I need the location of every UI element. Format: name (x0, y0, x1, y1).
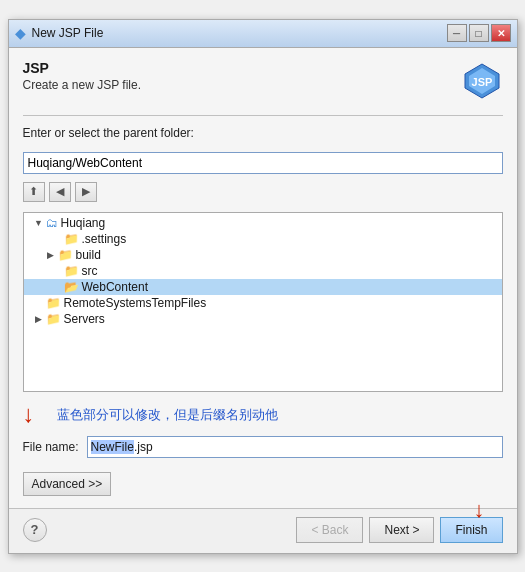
toggle-icon: ▼ (32, 218, 46, 228)
file-name-label: File name: (23, 440, 79, 454)
help-button[interactable]: ? (23, 518, 47, 542)
tree-item-label: build (76, 248, 101, 262)
maximize-button[interactable]: □ (469, 24, 489, 42)
tree-item-label: src (82, 264, 98, 278)
folder-icon: 📁 (58, 248, 73, 262)
back-icon: ◀ (56, 185, 64, 198)
parent-folder-label: Enter or select the parent folder: (23, 126, 503, 140)
svg-text:JSP: JSP (471, 76, 492, 88)
tree-toolbar: ⬆ ◀ ▶ (23, 182, 503, 202)
back-button[interactable]: < Back (296, 517, 363, 543)
minimize-button[interactable]: ─ (447, 24, 467, 42)
folder-icon: 📁 (64, 232, 79, 246)
header-subtitle: Create a new JSP file. (23, 78, 142, 92)
finish-arrow: ↓ (474, 497, 485, 523)
folder-icon: 📁 (64, 264, 79, 278)
file-name-input-container[interactable]: NewFile.jsp (87, 436, 503, 458)
folder-open-icon: 📂 (64, 280, 79, 294)
tree-item[interactable]: ▼ 🗂 Huqiang (24, 215, 502, 231)
advanced-button[interactable]: Advanced >> (23, 472, 112, 496)
annotation-text: 蓝色部分可以修改，但是后缀名别动他 (57, 406, 278, 424)
toggle-icon: ▶ (32, 314, 46, 324)
tree-item-label: Servers (64, 312, 105, 326)
file-name-ext: .jsp (134, 440, 153, 454)
window-title: New JSP File (32, 26, 104, 40)
tree-item[interactable]: 📁 src (24, 263, 502, 279)
tree-item[interactable]: 📁 RemoteSystemsTempFiles (24, 295, 502, 311)
forward-icon: ▶ (82, 185, 90, 198)
bottom-right: < Back Next > ↓ Finish (296, 517, 502, 543)
tree-back-button[interactable]: ◀ (49, 182, 71, 202)
up-icon: ⬆ (29, 185, 38, 198)
advanced-area: Advanced >> (23, 472, 503, 496)
tree-item-webcontent[interactable]: 📂 WebContent (24, 279, 502, 295)
next-button[interactable]: Next > (369, 517, 434, 543)
finish-area: ↓ Finish (440, 517, 502, 543)
folder-tree[interactable]: ▼ 🗂 Huqiang 📁 .settings ▶ 📁 build (23, 212, 503, 392)
tree-item-label: .settings (82, 232, 127, 246)
header-divider (23, 115, 503, 116)
header-title: JSP (23, 60, 142, 76)
header-section: JSP Create a new JSP file. JSP (23, 60, 503, 105)
folder-icon: 🗂 (46, 216, 58, 230)
annotation-area: ↓ 蓝色部分可以修改，但是后缀名别动他 (23, 402, 503, 426)
title-bar-left: ◆ New JSP File (15, 25, 104, 41)
tree-up-button[interactable]: ⬆ (23, 182, 45, 202)
tree-item-label: Huqiang (61, 216, 106, 230)
bottom-left: ? (23, 518, 47, 542)
annotation-arrow: ↓ (23, 402, 35, 426)
header-icon: JSP (461, 60, 503, 105)
tree-item-label: RemoteSystemsTempFiles (64, 296, 207, 310)
tree-item[interactable]: ▶ 📁 build (24, 247, 502, 263)
folder-icon: 📁 (46, 296, 61, 310)
tree-forward-button[interactable]: ▶ (75, 182, 97, 202)
title-bar-controls: ─ □ ✕ (447, 24, 511, 42)
main-window: ◆ New JSP File ─ □ ✕ JSP Create a new JS… (8, 19, 518, 554)
window-icon: ◆ (15, 25, 26, 41)
header-left: JSP Create a new JSP file. (23, 60, 142, 92)
tree-item-label: WebContent (82, 280, 149, 294)
tree-item[interactable]: 📁 .settings (24, 231, 502, 247)
folder-icon: 📁 (46, 312, 61, 326)
toggle-icon: ▶ (44, 250, 58, 260)
parent-folder-input[interactable] (23, 152, 503, 174)
title-bar: ◆ New JSP File ─ □ ✕ (9, 20, 517, 48)
close-button[interactable]: ✕ (491, 24, 511, 42)
bottom-bar: ? < Back Next > ↓ Finish (9, 508, 517, 553)
file-name-highlighted: NewFile (91, 440, 134, 454)
finish-button[interactable]: Finish (440, 517, 502, 543)
tree-item[interactable]: ▶ 📁 Servers (24, 311, 502, 327)
file-name-row: File name: NewFile.jsp (23, 436, 503, 458)
dialog-content: JSP Create a new JSP file. JSP Enter or … (9, 48, 517, 508)
